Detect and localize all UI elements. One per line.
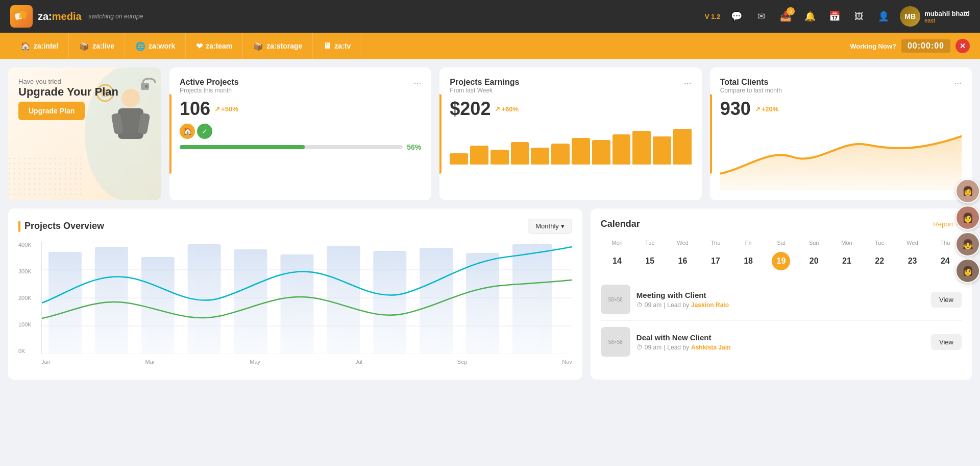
sidebar-item-tv[interactable]: 🖥 za:tv [313,33,361,59]
svg-rect-19 [141,257,175,354]
earnings-bar [531,148,549,165]
upgrade-card: Have you tried Upgrade Your Plan Upgrade… [8,67,161,200]
download-nav-icon[interactable]: 📥 0 [777,8,794,25]
event-thumbnail: 58×58 [601,285,630,314]
sidebar-item-intel[interactable]: 🏠 za:intel [10,33,69,59]
calendar-date[interactable]: 17 [706,252,725,270]
view-event-button[interactable]: View [931,334,962,350]
event-lead-name: Jaskion Raio [691,301,729,309]
event-item: 58×58 Meeting with Client ⏱ 09 am | Lead… [601,278,962,321]
earnings-title: Projects Earnings [450,78,519,87]
avatar: MB [900,6,920,27]
tv-icon: 🖥 [323,41,331,51]
project-type-icons: 🏠 ✓ [180,124,421,139]
user-nav-icon[interactable]: 👤 [875,8,892,25]
upgrade-teaser: Have you tried [18,78,151,85]
upgrade-plan-button[interactable]: Upgrade Plan [18,102,85,120]
tv-label: za:tv [334,42,351,50]
calendar-date[interactable]: 22 [870,252,889,270]
sidebar-item-work[interactable]: 🌐 za:work [125,33,186,59]
card-menu-button[interactable]: ··· [954,78,962,88]
calendar-day-name: Tue [863,238,896,248]
earnings-bar [491,150,509,165]
overview-header: Projects Overview Monthly ▾ [18,219,572,234]
live-icon: 📦 [79,41,89,51]
earnings-bar [470,146,488,165]
user-details: mubahil bhatti east [924,10,970,24]
calendar-events: 58×58 Meeting with Client ⏱ 09 am | Lead… [601,278,962,363]
calendar-nav-icon[interactable]: 📅 [826,8,843,25]
upgrade-title: Upgrade Your Plan [18,85,151,99]
calendar-date[interactable]: 20 [805,252,823,270]
view-event-button[interactable]: View [931,292,962,308]
top-navigation: za:media switching on europe V 1.2 💬 ✉ 📥… [0,0,980,33]
mail-nav-icon[interactable]: ✉ [753,8,769,25]
user-name: mubahil bhatti [924,10,970,17]
bottom-row: Projects Overview Monthly ▾ 400K 300K 20… [8,208,972,380]
calendar-day-name: Wed [666,238,699,248]
calendar-date[interactable]: 15 [641,252,659,270]
stop-timer-button[interactable]: ✕ [955,39,970,53]
calendar-dates: 1415161718192021222324 [601,252,962,270]
side-avatar-3[interactable]: 👩 [955,259,980,283]
bell-nav-icon[interactable]: 🔔 [802,8,818,25]
team-icon: ❤ [196,41,203,51]
calendar-date[interactable]: 21 [838,252,856,270]
card-menu-button[interactable]: ··· [413,78,421,88]
calendar-date[interactable]: 16 [674,252,692,270]
side-avatar-2[interactable]: 👧 [955,232,980,257]
earnings-value: $202 ↗ +60% [450,98,691,120]
earnings-bar [653,136,671,165]
projects-earnings-card: Projects Earnings From last Week ··· $20… [439,67,701,200]
event-info: Meeting with Client ⏱ 09 am | Lead by Ja… [636,291,925,309]
chart-x-axis: Jan Mar May Jul Sep Nov [41,354,572,369]
event-time: 09 am [645,301,662,309]
sidebar-item-storage[interactable]: 📦 za:storage [243,33,313,59]
event-meta: ⏱ 09 am | Lead by Jaskion Raio [636,301,925,309]
calendar-date[interactable]: 19 [772,252,790,270]
svg-rect-17 [48,252,82,354]
clients-line-chart [720,124,962,190]
calendar-day-name: Wed [896,238,928,248]
calendar-date[interactable]: 18 [739,252,757,270]
svg-rect-22 [280,254,313,354]
earnings-subtitle: From last Week [450,87,519,94]
calendar-date[interactable]: 23 [903,252,922,270]
card-header: Active Projects Projects this month ··· [180,78,421,94]
card-title-group: Projects Earnings From last Week [450,78,519,94]
earnings-bar [673,129,692,165]
clients-subtitle: Compare to last month [720,87,782,94]
arrow-up-icon: ↗ [214,105,220,113]
working-now-area: Working Now? 00:00:00 ✕ [850,39,970,53]
progress-row: 56% [180,143,421,151]
svg-rect-11 [8,157,85,198]
image-nav-icon[interactable]: 🖼 [851,8,867,25]
project-icon-home: 🏠 [180,124,195,139]
earnings-bar [632,131,651,165]
calendar-day-name: Fri [732,238,765,248]
arrow-up-icon: ↗ [755,105,761,113]
earnings-bar [551,144,570,165]
event-thumbnail: 58×58 [601,327,630,357]
card-title-group: Active Projects Projects this month [180,78,239,94]
title-accent-bar [18,221,20,232]
side-avatar-1[interactable]: 👩 [955,205,980,230]
calendar-day-name: Mon [601,238,633,248]
calendar-day-name: Tue [633,238,666,248]
clients-change: ↗ +20% [755,105,779,113]
intel-label: za:intel [34,42,58,50]
svg-rect-18 [95,247,128,354]
svg-rect-24 [373,251,406,354]
home-icon: 🏠 [20,41,31,51]
card-menu-button[interactable]: ··· [684,78,692,88]
monitor-nav-icon[interactable]: 💬 [728,8,745,25]
event-title: Deal with New Client [636,333,925,342]
sidebar-item-team[interactable]: ❤ za:team [186,33,243,59]
sidebar-item-live[interactable]: 📦 za:live [69,33,125,59]
monthly-dropdown-button[interactable]: Monthly ▾ [528,219,572,234]
calendar-day-name: Thu [699,238,732,248]
active-projects-value: 106 ↗ +50% [180,98,421,120]
calendar-date[interactable]: 14 [608,252,626,270]
side-avatar-0[interactable]: 👩 [955,179,980,203]
calendar-date[interactable]: 24 [936,252,954,270]
